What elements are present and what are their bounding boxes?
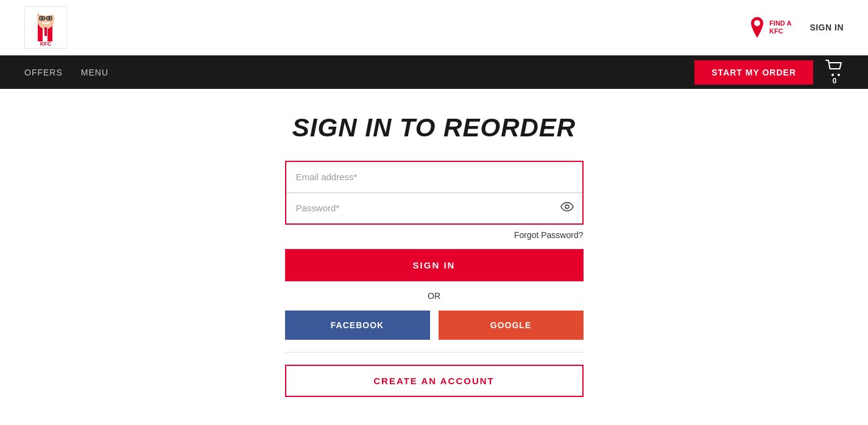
sign-in-link[interactable]: SIGN IN: [810, 23, 844, 32]
section-divider: [285, 352, 584, 353]
find-kfc-text: FIND A KFC: [769, 19, 791, 35]
sign-in-form-container: Forgot Password? SIGN IN OR FACEBOOK GOO…: [285, 161, 584, 397]
cart-icon: [825, 60, 844, 77]
start-order-button[interactable]: START MY ORDER: [694, 60, 813, 85]
site-header: KFC FIND A KFC SIGN IN: [0, 0, 868, 55]
cart-button[interactable]: 0: [825, 60, 844, 85]
logo-area: KFC: [24, 6, 67, 49]
svg-point-13: [831, 74, 834, 76]
svg-point-15: [565, 205, 569, 209]
sign-in-button[interactable]: SIGN IN: [285, 249, 584, 281]
menu-link[interactable]: MENU: [81, 68, 108, 77]
svg-text:KFC: KFC: [40, 41, 52, 47]
navbar: OFFERS MENU START MY ORDER 0: [0, 55, 868, 89]
google-button[interactable]: GOOGLE: [439, 311, 584, 340]
credentials-box: [285, 161, 584, 225]
nav-links: OFFERS MENU: [24, 68, 108, 77]
find-kfc-link[interactable]: FIND A KFC: [749, 17, 791, 38]
cart-count: 0: [833, 77, 837, 85]
offers-link[interactable]: OFFERS: [24, 68, 63, 77]
facebook-button[interactable]: FACEBOOK: [285, 311, 430, 340]
password-field-container: [286, 193, 582, 223]
svg-point-6: [48, 17, 51, 19]
toggle-password-icon[interactable]: [560, 202, 574, 215]
header-right: FIND A KFC SIGN IN: [749, 17, 844, 38]
email-field-container: [286, 162, 582, 193]
password-input[interactable]: [296, 203, 573, 213]
page-title: SIGN IN TO REORDER: [292, 113, 576, 142]
or-divider: OR: [285, 291, 584, 301]
location-pin-icon: [749, 17, 766, 38]
email-input[interactable]: [296, 172, 573, 182]
create-account-button[interactable]: CREATE AN ACCOUNT: [285, 365, 584, 397]
social-buttons: FACEBOOK GOOGLE: [285, 311, 584, 340]
svg-point-4: [37, 9, 54, 16]
kfc-logo: KFC: [24, 6, 67, 49]
forgot-password-link[interactable]: Forgot Password?: [514, 230, 584, 240]
svg-point-14: [838, 74, 840, 76]
forgot-password-container: Forgot Password?: [285, 230, 584, 241]
svg-rect-10: [44, 27, 47, 36]
main-content: SIGN IN TO REORDER Forgot Password?: [0, 89, 868, 421]
svg-point-5: [41, 17, 43, 19]
svg-point-12: [754, 20, 760, 26]
